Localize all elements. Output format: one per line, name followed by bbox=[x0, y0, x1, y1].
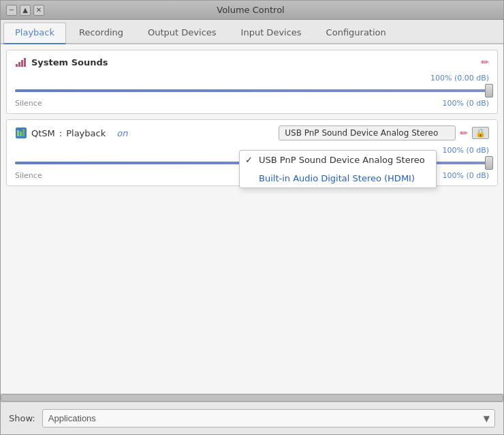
qtsm-edit-icon[interactable]: ✏ bbox=[460, 127, 468, 138]
system-sounds-label-left: Silence bbox=[15, 99, 42, 108]
system-sounds-thumb[interactable] bbox=[485, 84, 493, 97]
titlebar: − ▲ ✕ Volume Control bbox=[1, 1, 503, 20]
content-scrollbar bbox=[1, 393, 503, 402]
tab-input-devices[interactable]: Input Devices bbox=[230, 22, 313, 43]
device-option-builtin-hdmi[interactable]: Built-in Audio Digital Stereo (HDMI) bbox=[240, 169, 436, 188]
system-sounds-label: System Sounds bbox=[31, 57, 108, 68]
qtsm-device-dropdown[interactable]: USB PnP Sound Device Analog Stereo bbox=[279, 125, 456, 140]
show-select-wrapper[interactable]: Applications All Streams System Streams … bbox=[42, 409, 495, 427]
svg-rect-1 bbox=[18, 62, 20, 67]
tab-output-devices[interactable]: Output Devices bbox=[136, 22, 228, 43]
svg-rect-5 bbox=[17, 130, 19, 136]
minimize-button[interactable]: − bbox=[6, 5, 17, 16]
device-dropdown-menu: USB PnP Sound Device Analog Stereo Built… bbox=[239, 150, 437, 188]
qtsm-header: QtSM : Playback on USB PnP Sound Device … bbox=[15, 125, 489, 140]
bottom-bar: Show: Applications All Streams System St… bbox=[1, 402, 503, 434]
system-sounds-label-right: 100% (0 dB) bbox=[442, 99, 489, 108]
svg-rect-0 bbox=[16, 64, 18, 67]
system-sounds-header: System Sounds ✏ bbox=[15, 56, 489, 68]
qtsm-thumb[interactable] bbox=[485, 156, 493, 170]
maximize-button[interactable]: ▲ bbox=[20, 5, 31, 16]
system-sounds-volume: 100% (0.00 dB) bbox=[430, 74, 489, 82]
system-sounds-title-group: System Sounds bbox=[15, 56, 108, 68]
tab-recording[interactable]: Recording bbox=[67, 22, 135, 43]
device-option-usb-pnp[interactable]: USB PnP Sound Device Analog Stereo bbox=[240, 151, 436, 169]
qtsm-label-right: 100% (0 dB) bbox=[442, 171, 489, 180]
svg-rect-7 bbox=[22, 129, 25, 136]
qtsm-status: on bbox=[116, 128, 127, 138]
close-button[interactable]: ✕ bbox=[33, 5, 44, 16]
system-sounds-actions: ✏ bbox=[481, 57, 489, 68]
scrollbar-thumb[interactable] bbox=[1, 394, 503, 402]
svg-rect-3 bbox=[24, 58, 26, 67]
show-label: Show: bbox=[9, 413, 35, 423]
qtsm-app-icon bbox=[15, 127, 27, 139]
system-sounds-labels: Silence 100% (0 dB) bbox=[15, 99, 489, 108]
qtsm-label-left: Silence bbox=[15, 171, 42, 180]
system-sounds-icon bbox=[15, 56, 27, 68]
system-sounds-card: System Sounds ✏ 100% (0.00 dB) Silence 1… bbox=[6, 50, 498, 114]
svg-rect-6 bbox=[20, 132, 22, 136]
qtsm-volume: 100% (0 dB) bbox=[442, 146, 489, 155]
svg-rect-2 bbox=[21, 60, 23, 67]
show-select[interactable]: Applications All Streams System Streams bbox=[42, 409, 495, 427]
main-content: System Sounds ✏ 100% (0.00 dB) Silence 1… bbox=[1, 44, 503, 402]
horizontal-scrollbar[interactable] bbox=[1, 393, 503, 402]
qtsm-lock-icon[interactable]: 🔒 bbox=[472, 127, 489, 139]
tab-playback[interactable]: Playback bbox=[3, 22, 66, 44]
system-sounds-track bbox=[15, 89, 489, 92]
tab-configuration[interactable]: Configuration bbox=[315, 22, 398, 43]
system-sounds-edit-icon[interactable]: ✏ bbox=[481, 57, 489, 68]
qtsm-app-name: QtSM bbox=[31, 128, 55, 138]
qtsm-title-group: QtSM : Playback on bbox=[15, 127, 128, 139]
system-sounds-fill bbox=[15, 89, 489, 92]
qtsm-actions: USB PnP Sound Device Analog Stereo ✏ 🔒 bbox=[279, 125, 489, 140]
window-title: Volume Control bbox=[44, 5, 457, 15]
volume-control-window: − ▲ ✕ Volume Control Playback Recording … bbox=[0, 0, 504, 435]
qtsm-separator: : bbox=[59, 128, 62, 138]
tab-bar: Playback Recording Output Devices Input … bbox=[1, 20, 503, 44]
system-sounds-slider[interactable] bbox=[15, 84, 489, 97]
titlebar-buttons: − ▲ ✕ bbox=[6, 5, 44, 16]
qtsm-mode: Playback bbox=[66, 128, 106, 138]
